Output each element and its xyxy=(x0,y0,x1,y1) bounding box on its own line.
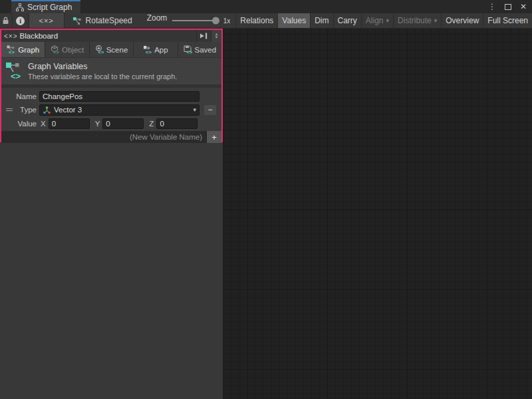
tab-script-graph[interactable]: Script Graph xyxy=(11,0,80,13)
window-tab-bar: Script Graph ⋮ ✕ xyxy=(0,0,532,13)
bolt-icon: <×> xyxy=(39,17,53,25)
dock-button[interactable] xyxy=(196,30,211,42)
svg-text:<>: <> xyxy=(146,49,152,54)
x-value-input[interactable] xyxy=(49,118,90,129)
info-icon: i xyxy=(16,17,25,25)
lock-button[interactable] xyxy=(0,13,13,28)
type-value: Vector 3 xyxy=(54,106,82,114)
bolt-icon: <×> xyxy=(1,33,20,40)
remove-variable-button[interactable]: − xyxy=(204,105,216,115)
bolt-unit-button[interactable]: <×> xyxy=(29,13,65,28)
graph-variables-section-header: <> Graph Variables These variables are l… xyxy=(1,57,221,84)
variable-value-row: Value X Y Z xyxy=(1,116,221,131)
tab-app[interactable]: <> App xyxy=(134,42,177,57)
window-controls: ⋮ ✕ xyxy=(488,0,527,13)
name-label: Name xyxy=(1,92,39,100)
section-subtitle: These variables are local to the current… xyxy=(28,72,177,80)
graph-toolbar: i <×> RotateSpeed Zoom 1x Relations Valu… xyxy=(0,13,532,29)
svg-text:<>: <> xyxy=(98,49,104,54)
svg-text:<>: <> xyxy=(186,49,192,54)
relations-button[interactable]: Relations xyxy=(236,13,278,28)
scene-tab-icon: <> xyxy=(95,45,104,54)
app-tab-icon: <> xyxy=(143,45,152,54)
info-button[interactable]: i xyxy=(13,13,29,28)
y-axis-label: Y xyxy=(95,120,100,128)
saved-tab-icon: <> xyxy=(184,45,192,54)
panel-scroll-spinner[interactable]: ▲ ▼ xyxy=(211,30,221,42)
zoom-slider-handle[interactable] xyxy=(212,17,219,25)
drag-handle-icon[interactable] xyxy=(6,108,13,112)
graph-canvas[interactable] xyxy=(223,29,532,399)
caret-down-icon: ▾ xyxy=(434,17,438,24)
lock-icon xyxy=(2,17,9,25)
z-axis-label: Z xyxy=(149,120,154,128)
tab-saved[interactable]: <> Saved xyxy=(178,42,221,57)
menu-icon[interactable]: ⋮ xyxy=(488,3,496,11)
dim-button[interactable]: Dim xyxy=(311,13,333,28)
svg-text:<>: <> xyxy=(9,49,15,55)
variable-name-input[interactable] xyxy=(39,91,200,102)
tab-object[interactable]: <> Object xyxy=(45,42,88,57)
overview-button[interactable]: Overview xyxy=(442,13,483,28)
blackboard-header[interactable]: <×> Blackboard ▲ ▼ xyxy=(1,30,221,42)
align-dropdown[interactable]: Align ▾ xyxy=(362,13,394,28)
blackboard-title: Blackboard xyxy=(20,32,196,40)
type-dropdown[interactable]: Vector 3 ▾ xyxy=(39,104,200,116)
new-variable-row: + xyxy=(1,131,221,143)
section-title: Graph Variables xyxy=(28,62,177,71)
svg-text:<>: <> xyxy=(53,49,59,54)
add-variable-button[interactable]: + xyxy=(206,131,221,143)
variable-type-row: Type Vector 3 ▾ − xyxy=(1,103,221,116)
caret-down-icon: ▾ xyxy=(193,106,196,113)
blackboard-panel: <×> Blackboard ▲ ▼ <> G xyxy=(0,29,223,399)
svg-text:<>: <> xyxy=(11,71,21,81)
maximize-icon[interactable] xyxy=(505,4,511,10)
variable-editor: Name Type Vector 3 ▾ − xyxy=(1,88,221,131)
vector3-icon xyxy=(43,106,51,114)
current-graph[interactable]: RotateSpeed xyxy=(65,13,132,28)
tab-graph[interactable]: <> Graph xyxy=(1,42,45,57)
blackboard-highlighted-region: <×> Blackboard ▲ ▼ <> G xyxy=(0,29,223,142)
x-axis-label: X xyxy=(41,120,46,128)
zoom-value: 1x xyxy=(223,17,231,25)
zoom-label: Zoom xyxy=(147,13,168,28)
blackboard-tabs: <> Graph <> Object <> Scene xyxy=(1,42,221,57)
caret-down-icon: ▾ xyxy=(386,17,390,24)
graph-variables-icon: <> xyxy=(1,61,28,81)
close-icon[interactable]: ✕ xyxy=(520,3,527,11)
variable-name-row: Name xyxy=(1,90,221,103)
graph-tab-icon: <> xyxy=(7,45,15,54)
zoom-slider[interactable] xyxy=(172,13,219,28)
tab-title: Script Graph xyxy=(27,3,72,12)
y-value-input[interactable] xyxy=(102,118,144,129)
toolbar-button-group: Relations Values Dim Carry Align ▾ Distr… xyxy=(235,13,532,28)
tab-scene[interactable]: <> Scene xyxy=(90,42,133,57)
value-label: Value xyxy=(1,120,39,128)
new-variable-input[interactable] xyxy=(1,131,206,143)
spinner-down-icon[interactable]: ▼ xyxy=(215,36,219,39)
values-button[interactable]: Values xyxy=(278,13,311,28)
script-graph-icon xyxy=(16,3,24,11)
plus-icon: + xyxy=(211,132,217,142)
carry-button[interactable]: Carry xyxy=(334,13,362,28)
z-value-input[interactable] xyxy=(156,118,198,129)
dock-icon xyxy=(200,33,208,39)
fullscreen-button[interactable]: Full Screen xyxy=(483,13,532,28)
graph-name-label: RotateSpeed xyxy=(86,16,132,25)
object-tab-icon: <> xyxy=(51,45,59,54)
graph-icon xyxy=(72,17,82,25)
distribute-dropdown[interactable]: Distribute ▾ xyxy=(394,13,442,28)
